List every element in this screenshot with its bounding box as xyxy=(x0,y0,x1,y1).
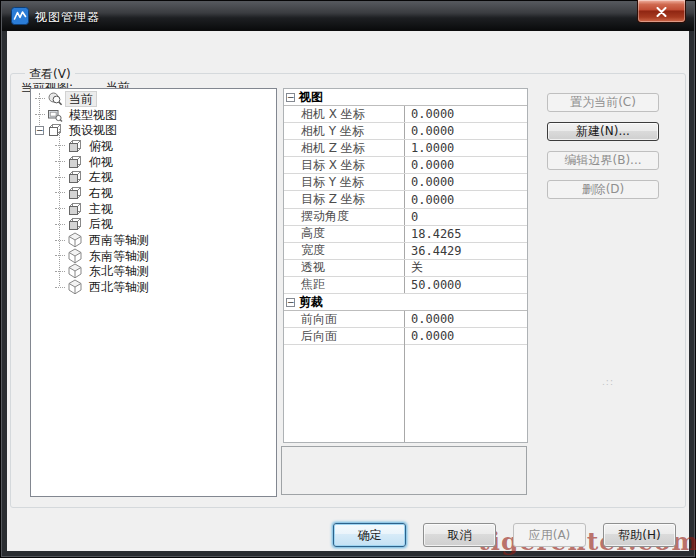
view-groupbox-label: 查看(V) xyxy=(25,66,75,83)
property-value[interactable]: 0 xyxy=(404,209,527,225)
property-label: 相机 X 坐标 xyxy=(284,106,404,122)
view-manager-window: 视图管理器 当前视图: 当前 查看(V) 当前模型视图−预设视图俯视仰视左视右视… xyxy=(0,0,696,558)
cube-face-icon xyxy=(66,185,83,201)
tree-item-label: 东南等轴测 xyxy=(86,249,152,263)
tree-item-se-isometric[interactable]: 东南等轴测 xyxy=(31,248,276,264)
tree-connector xyxy=(55,271,65,272)
tree-connector xyxy=(55,208,65,209)
property-value[interactable]: 0.0000 xyxy=(404,174,527,190)
ok-button[interactable]: 确定 xyxy=(333,523,406,547)
property-label: 后向面 xyxy=(284,328,404,344)
property-row: 焦距50.0000 xyxy=(284,277,527,294)
property-row: 摆动角度0 xyxy=(284,209,527,226)
property-label: 宽度 xyxy=(284,243,404,259)
delete-button[interactable]: 删除(D) xyxy=(547,180,659,199)
tree-item-label: 左视 xyxy=(86,170,116,184)
collapse-toggle-icon[interactable]: − xyxy=(286,298,295,307)
tree-item-label: 西南等轴测 xyxy=(86,233,152,247)
property-value[interactable]: 36.4429 xyxy=(404,243,527,259)
collapse-toggle-icon[interactable]: − xyxy=(35,126,44,135)
property-row: 透视关 xyxy=(284,260,527,277)
tree-connector xyxy=(35,114,45,115)
tree-item-front-view[interactable]: 主视 xyxy=(31,201,276,217)
tree-item-preset-views[interactable]: −预设视图 xyxy=(31,122,276,138)
property-label: 相机 Z 坐标 xyxy=(284,140,404,156)
property-row: 宽度36.4429 xyxy=(284,243,527,260)
property-section-header[interactable]: −视图 xyxy=(284,89,527,106)
set-current-button[interactable]: 置为当前(C) xyxy=(547,93,659,112)
cancel-button[interactable]: 取消 xyxy=(423,523,496,547)
tree-item-top-view[interactable]: 俯视 xyxy=(31,138,276,154)
property-row: 相机 Z 坐标1.0000 xyxy=(284,140,527,157)
cube-face-icon xyxy=(66,154,83,170)
property-row: 相机 Y 坐标0.0000 xyxy=(284,123,527,140)
collapse-toggle-icon[interactable]: − xyxy=(286,93,295,102)
new-button[interactable]: 新建(N)... xyxy=(547,122,659,141)
property-description-box xyxy=(281,446,527,495)
close-button[interactable] xyxy=(637,0,686,23)
apply-button[interactable]: 应用(A) xyxy=(513,523,586,547)
cube-face-icon xyxy=(66,169,83,185)
help-button[interactable]: 帮助(H) xyxy=(603,523,676,547)
property-label: 目标 X 坐标 xyxy=(284,157,404,173)
property-row: 目标 Z 坐标0.0000 xyxy=(284,191,527,208)
property-value[interactable]: 关 xyxy=(404,260,527,276)
tree-item-label: 西北等轴测 xyxy=(86,280,152,294)
property-value[interactable]: 0.0000 xyxy=(404,328,527,344)
tree-item-nw-isometric[interactable]: 西北等轴测 xyxy=(31,279,276,295)
tree-item-current[interactable]: 当前 xyxy=(31,91,276,107)
tree-connector xyxy=(55,177,65,178)
tree-connector xyxy=(55,287,65,288)
tree-connector xyxy=(55,224,65,225)
tree-item-sw-isometric[interactable]: 西南等轴测 xyxy=(31,232,276,248)
isometric-icon xyxy=(66,279,83,295)
view-tree[interactable]: 当前模型视图−预设视图俯视仰视左视右视主视后视西南等轴测东南等轴测东北等轴测西北… xyxy=(30,88,277,497)
edit-boundaries-button[interactable]: 编辑边界(B)... xyxy=(547,151,659,170)
title-bar[interactable]: 视图管理器 xyxy=(2,2,694,31)
side-button-column: 置为当前(C)新建(N)...编辑边界(B)...删除(D) xyxy=(547,93,659,199)
property-section-header[interactable]: −剪裁 xyxy=(284,294,527,311)
tree-item-back-view[interactable]: 后视 xyxy=(31,217,276,233)
cube-face-icon xyxy=(66,138,83,154)
grid-column-divider xyxy=(404,331,405,442)
property-value[interactable]: 18.4265 xyxy=(404,226,527,242)
property-value[interactable]: 1.0000 xyxy=(404,140,527,156)
model-views-icon xyxy=(46,107,63,123)
property-value[interactable]: 0.0000 xyxy=(404,191,527,207)
tree-item-ne-isometric[interactable]: 东北等轴测 xyxy=(31,264,276,280)
property-value[interactable]: 0.0000 xyxy=(404,106,527,122)
tree-item-label: 预设视图 xyxy=(66,123,120,137)
window-title: 视图管理器 xyxy=(35,9,100,26)
tree-item-bottom-view[interactable]: 仰视 xyxy=(31,154,276,170)
property-label: 相机 Y 坐标 xyxy=(284,123,404,139)
tree-connector xyxy=(55,192,65,193)
tree-item-right-view[interactable]: 右视 xyxy=(31,185,276,201)
property-value[interactable]: 50.0000 xyxy=(404,277,527,293)
cube-face-icon xyxy=(66,201,83,217)
isometric-icon xyxy=(66,248,83,264)
current-view-icon xyxy=(46,91,63,107)
cube-face-icon xyxy=(66,216,83,232)
tree-item-label: 主视 xyxy=(86,202,116,216)
tree-connector xyxy=(55,145,65,146)
tree-item-label: 东北等轴测 xyxy=(86,264,152,278)
tree-item-label: 仰视 xyxy=(86,155,116,169)
tree-item-model-views[interactable]: 模型视图 xyxy=(31,107,276,123)
property-section-title: 剪裁 xyxy=(299,294,323,311)
property-label: 焦距 xyxy=(284,277,404,293)
property-value[interactable]: 0.0000 xyxy=(404,123,527,139)
isometric-icon xyxy=(66,263,83,279)
tree-item-label: 右视 xyxy=(86,186,116,200)
property-row: 后向面0.0000 xyxy=(284,328,527,345)
tree-connector xyxy=(55,161,65,162)
property-row: 高度18.4265 xyxy=(284,226,527,243)
property-label: 目标 Z 坐标 xyxy=(284,191,404,207)
property-value[interactable]: 0.0000 xyxy=(404,311,527,327)
tree-item-left-view[interactable]: 左视 xyxy=(31,169,276,185)
cube-icon xyxy=(46,122,63,138)
property-value[interactable]: 0.0000 xyxy=(404,157,527,173)
property-grid[interactable]: −视图相机 X 坐标0.0000相机 Y 坐标0.0000相机 Z 坐标1.00… xyxy=(283,88,528,443)
app-logo-icon xyxy=(11,7,29,25)
tree-item-label: 后视 xyxy=(86,217,116,231)
property-section-title: 视图 xyxy=(299,89,323,106)
